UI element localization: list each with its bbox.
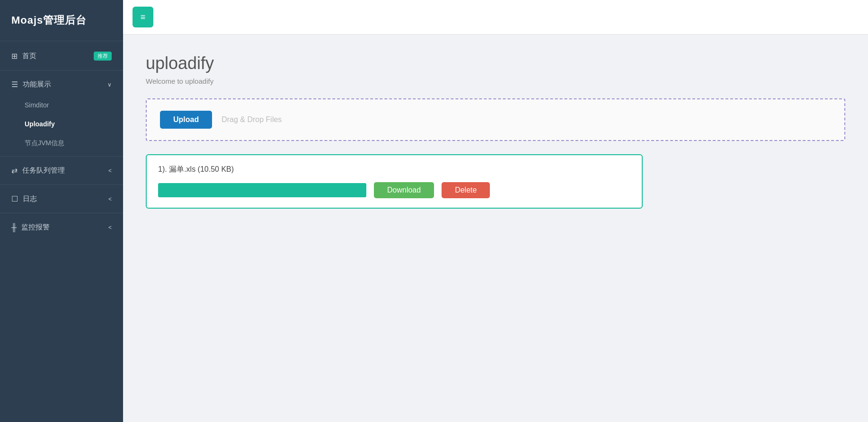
chevron-left-icon: < [108,224,112,231]
sidebar-title: Moajs管理后台 [0,0,123,41]
content-area: uploadify Welcome to uploadify Upload Dr… [123,35,868,422]
divider-4 [0,213,123,213]
divider-3 [0,185,123,185]
file-name: 1). 漏单.xls (10.50 KB) [158,165,630,175]
divider-1 [0,70,123,70]
sidebar-item-label: 首页 [22,52,36,61]
sidebar-item-home[interactable]: ⊞ 首页 推荐 [0,45,123,67]
file-actions: Download Delete [158,182,630,198]
sidebar-item-monitor[interactable]: ╫ 监控报警 < [0,216,123,238]
divider-2 [0,156,123,157]
topbar: ≡ [123,0,868,35]
list-icon: ☰ [11,80,18,89]
menu-toggle-button[interactable]: ≡ [133,7,153,27]
sidebar-item-simditor[interactable]: Simditor [0,96,123,114]
chevron-left-icon: < [108,167,112,174]
sidebar-subitem-label: 节点JVM信息 [25,139,64,147]
sidebar-item-label: 日志 [23,194,37,203]
delete-button[interactable]: Delete [442,182,490,198]
sidebar-item-uploadify[interactable]: Uploadify [0,114,123,133]
sidebar-item-label: 监控报警 [21,223,50,232]
page-subtitle: Welcome to uploadify [146,77,845,85]
file-index: 1). [158,165,169,173]
chevron-down-icon: ∨ [107,81,112,88]
upload-button[interactable]: Upload [160,111,212,129]
sidebar-nav: ⊞ 首页 推荐 ☰ 功能展示 ∨ Simditor Uploadify 节点JV… [0,41,123,422]
chevron-left-icon: < [108,196,112,202]
sidebar: Moajs管理后台 ⊞ 首页 推荐 ☰ 功能展示 ∨ Simditor Uplo… [0,0,123,422]
drag-drop-label: Drag & Drop Files [221,115,282,124]
chart-icon: ╫ [11,223,17,232]
file-card: 1). 漏单.xls (10.50 KB) Download Delete [146,154,643,209]
shuffle-icon: ⇄ [11,166,18,175]
page-title: uploadify [146,53,845,73]
sidebar-subitem-label: Uploadify [25,120,55,128]
sidebar-item-label: 功能展示 [23,80,51,89]
sidebar-item-task-queue[interactable]: ⇄ 任务队列管理 < [0,159,123,182]
sidebar-item-features[interactable]: ☰ 功能展示 ∨ [0,73,123,96]
sidebar-subitem-label: Simditor [25,101,49,109]
file-icon: ☐ [11,194,18,203]
grid-icon: ⊞ [11,52,18,61]
sidebar-item-log[interactable]: ☐ 日志 < [0,188,123,210]
hamburger-icon: ≡ [141,12,146,22]
download-button[interactable]: Download [374,182,434,198]
progress-bar [158,183,366,197]
main-content: ≡ uploadify Welcome to uploadify Upload … [123,0,868,422]
sidebar-item-jvm[interactable]: 节点JVM信息 [0,133,123,153]
file-label: 漏单.xls (10.50 KB) [169,165,234,173]
upload-zone: Upload Drag & Drop Files [146,98,845,141]
sidebar-item-label: 任务队列管理 [22,166,65,175]
sidebar-badge: 推荐 [94,52,112,61]
